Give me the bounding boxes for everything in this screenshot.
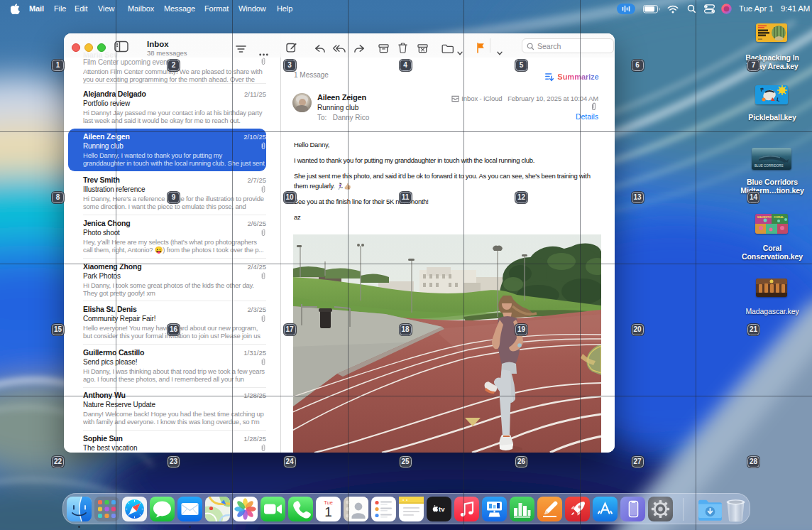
svg-text:1: 1 [324,504,332,519]
svg-text:tv: tv [439,505,445,513]
svg-text:BLUE CORRIDORS: BLUE CORRIDORS [755,164,784,168]
svg-text:CORAL: CORAL [774,215,784,219]
svg-text:MAJESTIC: MAJESTIC [757,215,772,219]
